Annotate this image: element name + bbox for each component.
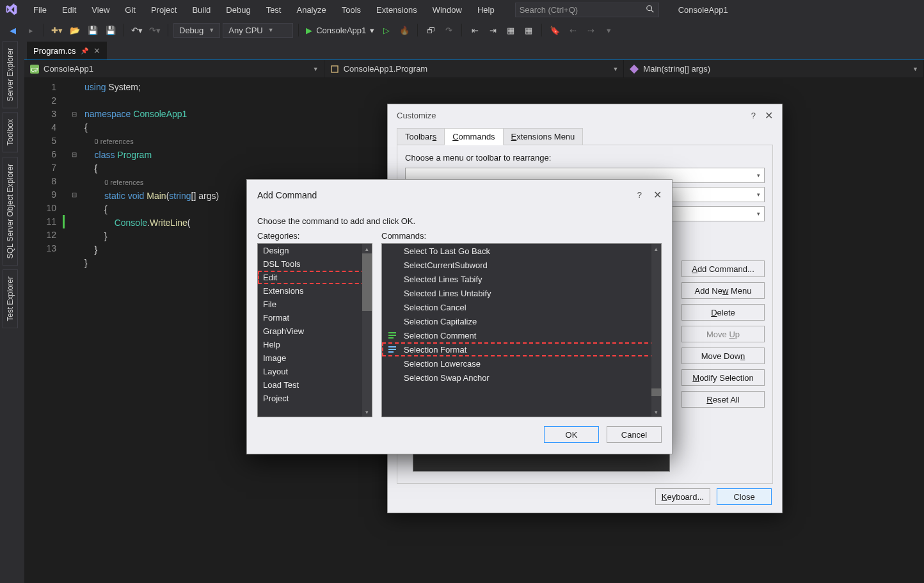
overflow-icon[interactable]: ▾: [601, 22, 616, 38]
command-icon: [387, 274, 397, 284]
save-button[interactable]: 💾: [85, 22, 100, 38]
cancel-button[interactable]: Cancel: [607, 426, 662, 443]
menu-git[interactable]: Git: [117, 0, 143, 19]
add-new-menu-button[interactable]: Add New Menu: [681, 282, 765, 299]
svg-rect-8: [388, 337, 394, 339]
nav-method-combo[interactable]: Main(string[] args)▼: [624, 60, 924, 77]
ok-button[interactable]: OK: [544, 426, 599, 443]
close-button[interactable]: Close: [717, 488, 772, 505]
category-item[interactable]: DSL Tools: [258, 257, 372, 271]
customize-tab-extensions-menu[interactable]: Extensions Menu: [503, 128, 584, 145]
svg-text:C#: C#: [31, 67, 38, 73]
category-item[interactable]: Help: [258, 338, 372, 351]
command-item[interactable]: Selection Lowercase: [382, 356, 661, 371]
uncomment-icon[interactable]: ▦: [521, 22, 536, 38]
pin-icon[interactable]: 📌: [81, 47, 88, 54]
close-icon[interactable]: ✕: [93, 46, 100, 56]
add-command-button[interactable]: Add Command...: [681, 260, 765, 277]
start-nodebug-button[interactable]: ▷: [379, 22, 394, 38]
reset-all-button[interactable]: Reset All: [681, 391, 765, 408]
search-input[interactable]: Search (Ctrl+Q): [515, 3, 659, 17]
platform-combo[interactable]: Any CPU▼: [223, 23, 293, 38]
category-item[interactable]: Edit: [258, 271, 372, 284]
close-icon[interactable]: ✕: [765, 109, 773, 122]
delete-button[interactable]: Delete: [681, 304, 765, 321]
fold-margin[interactable]: ⊟⊟⊟: [68, 78, 81, 583]
command-item[interactable]: Selection Comment: [382, 328, 661, 342]
command-icon: [387, 288, 397, 298]
command-item[interactable]: Selection Capitalize: [382, 314, 661, 328]
menu-analyze[interactable]: Analyze: [289, 0, 333, 19]
menu-view[interactable]: View: [84, 0, 117, 19]
menu-debug[interactable]: Debug: [218, 0, 258, 19]
category-item[interactable]: Load Test: [258, 378, 372, 392]
categories-label: Categories:: [257, 231, 372, 241]
command-item[interactable]: SelectCurrentSubword: [382, 258, 661, 272]
category-item[interactable]: Image: [258, 351, 372, 365]
modify-selection-button[interactable]: Modify Selection: [681, 369, 765, 386]
category-item[interactable]: Layout: [258, 365, 372, 378]
bookmark-icon[interactable]: 🔖: [547, 22, 562, 38]
command-item[interactable]: Selection Format: [382, 342, 661, 356]
menu-help[interactable]: Help: [470, 0, 502, 19]
side-tab-sql-server-object-explorer[interactable]: SQL Server Object Explorer: [3, 157, 18, 266]
commands-listbox[interactable]: Select To Last Go BackSelectCurrentSubwo…: [381, 243, 662, 417]
customize-tab-commands[interactable]: Commands: [444, 128, 503, 145]
menu-project[interactable]: Project: [143, 0, 184, 19]
commands-label: Commands:: [381, 231, 662, 241]
config-combo[interactable]: Debug▼: [173, 23, 220, 38]
add-command-instruction: Choose the command to add and click OK.: [257, 216, 662, 226]
command-item[interactable]: Selected Lines Tabify: [382, 272, 661, 286]
indent-less-icon[interactable]: ⇤: [467, 22, 482, 38]
command-icon: [387, 302, 397, 312]
category-item[interactable]: Project: [258, 392, 372, 405]
side-tab-server-explorer[interactable]: Server Explorer: [3, 41, 18, 108]
menu-file[interactable]: File: [26, 0, 54, 19]
menu-tools[interactable]: Tools: [334, 0, 369, 19]
command-item[interactable]: Selection Cancel: [382, 300, 661, 314]
categories-listbox[interactable]: DesignDSL ToolsEditExtensionsFileFormatG…: [257, 243, 372, 417]
command-icon: [387, 246, 397, 256]
menu-window[interactable]: Window: [425, 0, 470, 19]
indent-more-icon[interactable]: ⇥: [485, 22, 500, 38]
redo-button: ↷▾: [147, 22, 163, 38]
main-toolbar: ◀ ▸ ✚▾ 📂 💾 💾 ↶▾ ↷▾ Debug▼ Any CPU▼ ▶Cons…: [0, 19, 924, 41]
command-icon: [387, 372, 397, 383]
customize-tab-toolbars[interactable]: Toolbars: [397, 128, 445, 145]
category-item[interactable]: Design: [258, 244, 372, 257]
nav-class-combo[interactable]: ConsoleApp1.Program▼: [324, 60, 625, 77]
change-margin: [63, 78, 68, 583]
command-item[interactable]: Select To Last Go Back: [382, 244, 661, 258]
svg-rect-4: [331, 66, 338, 72]
category-item[interactable]: File: [258, 298, 372, 311]
document-tab[interactable]: Program.cs 📌 ✕: [27, 42, 107, 60]
new-project-button[interactable]: ✚▾: [49, 22, 65, 38]
undo-button[interactable]: ↶▾: [129, 22, 145, 38]
open-file-button[interactable]: 📂: [67, 22, 83, 38]
side-tab-test-explorer[interactable]: Test Explorer: [3, 269, 18, 328]
comment-icon[interactable]: ▦: [503, 22, 518, 38]
close-icon[interactable]: ✕: [653, 189, 662, 201]
line-gutter: 12345678910111213: [24, 78, 63, 583]
move-down-button[interactable]: Move Down: [681, 347, 765, 364]
nav-back-button[interactable]: ◀: [5, 22, 20, 38]
menu-test[interactable]: Test: [259, 0, 289, 19]
category-item[interactable]: Extensions: [258, 284, 372, 298]
save-all-button[interactable]: 💾: [103, 22, 118, 38]
nav-project-combo[interactable]: C# ConsoleApp1▼: [24, 60, 324, 77]
start-debug-button[interactable]: ▶ConsoleApp1▾: [304, 22, 376, 38]
category-item[interactable]: Format: [258, 311, 372, 324]
browse-button[interactable]: 🗗: [423, 22, 438, 38]
menu-bar: FileEditViewGitProjectBuildDebugTestAnal…: [0, 0, 924, 19]
side-tab-toolbox[interactable]: Toolbox: [3, 112, 18, 152]
menu-extensions[interactable]: Extensions: [369, 0, 425, 19]
command-item[interactable]: Selected Lines Untabify: [382, 286, 661, 300]
category-item[interactable]: GraphView: [258, 324, 372, 338]
menu-edit[interactable]: Edit: [54, 0, 84, 19]
keyboard-button[interactable]: Keyboard...: [655, 488, 710, 505]
help-icon[interactable]: ?: [751, 111, 756, 120]
help-icon[interactable]: ?: [637, 190, 642, 200]
menu-build[interactable]: Build: [184, 0, 218, 19]
add-command-title: Add Command: [257, 190, 317, 200]
command-item[interactable]: Selection Swap Anchor: [382, 371, 661, 385]
